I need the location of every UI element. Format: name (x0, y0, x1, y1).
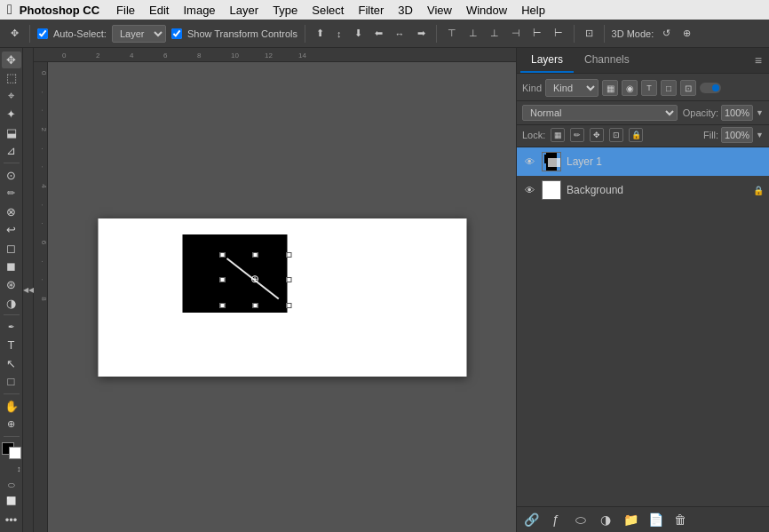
blend-mode-select[interactable]: Normal Dissolve Multiply Screen Overlay (522, 105, 678, 121)
zoom-tool[interactable]: ⊕ (2, 417, 21, 433)
quick-select-tool[interactable]: ✦ (2, 107, 21, 123)
color-swatches[interactable] (2, 442, 21, 459)
gradient-tool[interactable]: ◼ (2, 258, 21, 275)
layers-menu-btn[interactable]: ≡ (751, 48, 765, 73)
filter-smart-btn[interactable]: ⊡ (680, 80, 696, 96)
fill-dropdown-btn[interactable]: ▼ (756, 131, 764, 139)
transform-handle-tm[interactable] (252, 252, 258, 258)
filter-type-btn[interactable]: T (641, 80, 657, 96)
lasso-tool[interactable]: ⌖ (2, 88, 21, 105)
tool-sep-2 (4, 314, 20, 315)
screen-mode-tool[interactable]: ⬜ (2, 494, 21, 508)
align-vertical-centers-btn[interactable]: ↕ (333, 27, 345, 41)
crop-tool[interactable]: ⬓ (2, 124, 21, 141)
distribute-left-btn[interactable]: ⊣ (508, 26, 524, 41)
align-right-btn[interactable]: ➡ (414, 26, 429, 41)
filter-shape-btn[interactable]: □ (661, 80, 677, 96)
transform-handle-tl[interactable] (219, 252, 225, 258)
menu-help[interactable]: Help (515, 2, 551, 19)
menu-view[interactable]: View (421, 2, 458, 19)
add-style-btn[interactable]: ƒ (547, 511, 565, 528)
delete-layer-btn[interactable]: 🗑 (671, 511, 689, 528)
distribute-vertical-btn[interactable]: ⊥ (465, 26, 481, 41)
filter-pixel-btn[interactable]: ▦ (602, 80, 618, 96)
layer-eye-layer1[interactable]: 👁 (522, 155, 536, 169)
hand-tool[interactable]: ✋ (2, 398, 21, 415)
transform-handle-rm[interactable] (286, 277, 291, 282)
eyedropper-tool[interactable]: ⊿ (2, 143, 21, 160)
history-tool[interactable]: ↩ (2, 222, 21, 239)
align-top-btn[interactable]: ⬆ (313, 26, 328, 41)
new-adjustment-btn[interactable]: ◑ (597, 511, 614, 528)
lock-position-btn[interactable]: ✥ (590, 128, 604, 142)
new-group-btn[interactable]: 📁 (622, 511, 639, 528)
transform-handle-bl[interactable] (219, 303, 225, 308)
background-color[interactable] (9, 447, 21, 459)
panel-collapse[interactable]: ◀◀ (23, 48, 34, 532)
blur-tool[interactable]: ⊛ (2, 276, 21, 293)
3d-rotate-btn[interactable]: ↺ (659, 26, 674, 41)
menu-select[interactable]: Select (305, 2, 350, 19)
menu-edit[interactable]: Edit (143, 2, 175, 19)
clone-tool[interactable]: ⊗ (2, 203, 21, 220)
tab-layers[interactable]: Layers (520, 48, 574, 73)
auto-select-checkbox[interactable] (37, 28, 48, 39)
distribute-bottom-btn[interactable]: ⊥ (487, 26, 503, 41)
more-tools-btn[interactable]: ••• (2, 512, 21, 528)
align-bottom-btn[interactable]: ⬇ (351, 26, 366, 41)
opacity-dropdown-btn[interactable]: ▼ (756, 108, 764, 117)
layers-blend-row: Normal Dissolve Multiply Screen Overlay … (517, 101, 769, 125)
quick-mask-tool[interactable]: ⬭ (2, 478, 21, 492)
layer-select[interactable]: Layer Group (112, 25, 166, 43)
marquee-tool[interactable]: ⬚ (2, 70, 21, 87)
filter-toggle[interactable] (700, 83, 721, 93)
transform-btn[interactable]: ⊡ (582, 26, 597, 41)
brush-tool[interactable]: ✏ (2, 186, 21, 202)
align-horizontal-centers-btn[interactable]: ↔ (392, 27, 408, 41)
eraser-tool[interactable]: ◻ (2, 240, 21, 257)
transform-handle-br[interactable] (286, 303, 291, 308)
apple-menu[interactable]:  (7, 2, 12, 18)
fill-input[interactable] (721, 127, 753, 143)
add-mask-btn[interactable]: ⬭ (572, 511, 590, 528)
menu-type[interactable]: Type (266, 2, 304, 19)
new-layer-btn[interactable]: 📄 (646, 511, 664, 528)
layer-item-background[interactable]: 👁 Background 🔒 (517, 176, 769, 204)
type-tool[interactable]: T (2, 337, 21, 354)
menu-filter[interactable]: Filter (352, 2, 390, 19)
distribute-top-btn[interactable]: ⊤ (444, 26, 460, 41)
menu-window[interactable]: Window (460, 2, 513, 19)
swap-icon[interactable]: ↕ (17, 465, 21, 473)
lock-image-btn[interactable]: ✏ (570, 128, 584, 142)
3d-pan-btn[interactable]: ⊕ (679, 26, 694, 41)
menu-file[interactable]: File (110, 2, 141, 19)
distribute-right-btn[interactable]: ⊢ (551, 26, 567, 41)
shape-tool[interactable]: □ (2, 374, 21, 391)
menu-layer[interactable]: Layer (224, 2, 266, 19)
move-tool-btn[interactable]: ✥ (7, 26, 22, 41)
filter-adjustment-btn[interactable]: ◉ (622, 80, 638, 96)
menu-3d[interactable]: 3D (392, 2, 419, 19)
link-layers-btn[interactable]: 🔗 (522, 511, 540, 528)
layer-eye-background[interactable]: 👁 (522, 183, 536, 197)
lock-transparent-btn[interactable]: ▦ (551, 128, 565, 142)
transform-handle-bm[interactable] (252, 303, 258, 308)
pen-tool[interactable]: ✒ (2, 319, 21, 336)
toolbar-sep-5 (604, 25, 605, 43)
lock-all-btn[interactable]: 🔒 (629, 128, 643, 142)
opacity-input[interactable] (721, 105, 753, 121)
tab-channels[interactable]: Channels (574, 48, 640, 73)
transform-handle-tr[interactable] (286, 252, 291, 258)
layer-item-layer1[interactable]: 👁 Layer 1 (517, 147, 769, 176)
distribute-horizontal-btn[interactable]: ⊢ (529, 26, 545, 41)
lock-artboard-btn[interactable]: ⊡ (609, 128, 623, 142)
move-tool[interactable]: ✥ (2, 52, 21, 68)
filter-type-select[interactable]: Kind Name Effect Mode Attribute Color Sm… (545, 79, 599, 97)
show-transform-checkbox[interactable] (171, 28, 182, 39)
transform-handle-lm[interactable] (219, 277, 225, 282)
dodge-tool[interactable]: ◑ (2, 295, 21, 312)
path-selection-tool[interactable]: ↖ (2, 355, 21, 372)
align-left-btn[interactable]: ⬅ (371, 26, 386, 41)
menu-image[interactable]: Image (177, 2, 221, 19)
healing-tool[interactable]: ⊙ (2, 167, 21, 184)
